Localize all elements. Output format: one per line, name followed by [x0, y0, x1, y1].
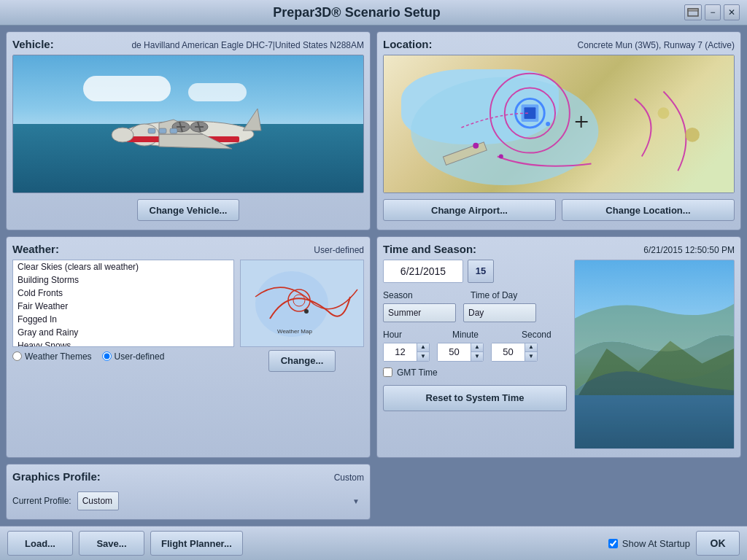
hour-up-button[interactable]: ▲ [417, 343, 429, 353]
weather-map-thumbnail: Weather Map [240, 260, 364, 347]
radio-themes[interactable] [12, 351, 22, 361]
weather-change-btn-wrap: Change... [240, 350, 364, 372]
graphics-header-row: Graphics Profile: Custom [12, 470, 364, 487]
graphics-panel: Graphics Profile: Custom Current Profile… [6, 464, 371, 520]
vehicle-header-row: Vehicle: de Havilland American Eagle DHC… [12, 38, 364, 55]
hour-down-button[interactable]: ▼ [417, 352, 429, 361]
main-content: Vehicle: de Havilland American Eagle DHC… [0, 26, 747, 526]
time-spinbox-labels: Hour Minute Second [383, 330, 567, 340]
profile-select[interactable]: Custom High Medium Low [77, 491, 119, 510]
vehicle-panel: Vehicle: de Havilland American Eagle DHC… [6, 31, 371, 230]
change-location-button[interactable]: Change Location... [562, 199, 735, 221]
season-tod-row: Summer Fall Winter Spring Day Dawn Dusk … [383, 303, 567, 322]
hour-spinbox[interactable]: ▲ ▼ [383, 343, 430, 362]
svg-rect-16 [159, 128, 166, 133]
season-select[interactable]: Summer Fall Winter Spring [383, 303, 456, 322]
graphics-label: Graphics Profile: [12, 470, 101, 483]
svg-point-30 [658, 107, 670, 119]
weather-item-5[interactable]: Gray and Rainy [13, 326, 233, 339]
hour-input[interactable] [384, 343, 417, 361]
show-startup-text: Show At Startup [622, 538, 690, 549]
svg-point-3 [130, 124, 159, 146]
svg-rect-17 [170, 128, 177, 133]
gmt-checkbox[interactable] [383, 368, 392, 377]
season-label: Season [383, 290, 456, 300]
location-info: Concrete Mun (3W5), Runway 7 (Active) [578, 40, 735, 50]
vehicle-image [12, 55, 364, 193]
time-inner: 15 Season Time of Day Summer Fall Winter… [383, 260, 735, 449]
location-label: Location: [383, 38, 433, 50]
minute-spinbox[interactable]: ▲ ▼ [437, 343, 484, 362]
minute-down-button[interactable]: ▼ [471, 352, 483, 361]
flight-planner-button[interactable]: Flight Planner... [150, 531, 243, 556]
hour-label: Hour [383, 330, 438, 340]
radio-user-text: User-defined [115, 351, 165, 362]
map-image [383, 55, 735, 193]
second-up-button[interactable]: ▲ [525, 343, 537, 353]
show-startup-label[interactable]: Show At Startup [608, 538, 690, 549]
location-header-row: Location: Concrete Mun (3W5), Runway 7 (… [383, 38, 735, 55]
map-overlay-svg [384, 55, 734, 192]
time-header-row: Time and Season: 6/21/2015 12:50:50 PM [383, 243, 735, 260]
window-controls: − ✕ [684, 4, 740, 20]
vehicle-label: Vehicle: [12, 38, 54, 50]
window-title: Prepar3D® Scenario Setup [29, 5, 684, 20]
weather-list[interactable]: Clear Skies (clears all weather) Buildin… [12, 260, 234, 347]
calendar-button[interactable]: 15 [468, 260, 494, 283]
weather-header-row: Weather: User-defined [12, 243, 364, 260]
second-label: Second [522, 330, 551, 340]
second-down-button[interactable]: ▼ [525, 352, 537, 361]
change-vehicle-button[interactable]: Change Vehicle... [137, 199, 240, 221]
svg-marker-7 [243, 109, 261, 131]
date-input[interactable] [383, 260, 463, 283]
save-button[interactable]: Save... [79, 531, 144, 556]
weather-radio-group: Weather Themes User-defined [12, 351, 234, 362]
weather-item-3[interactable]: Fair Weather [13, 300, 233, 313]
title-bar: Prepar3D® Scenario Setup − ✕ [0, 0, 747, 26]
window-icon [684, 4, 702, 20]
minimize-button[interactable]: − [705, 4, 721, 20]
second-spinbox-group: ▲ ▼ [491, 343, 538, 362]
time-photo-svg [575, 260, 734, 448]
tod-label: Time of Day [471, 290, 517, 300]
profile-label: Current Profile: [12, 496, 71, 506]
minute-spin-btns: ▲ ▼ [471, 343, 483, 361]
weather-item-2[interactable]: Cold Fronts [13, 287, 233, 300]
weather-item-6[interactable]: Heavy Snows [13, 339, 233, 347]
radio-themes-label[interactable]: Weather Themes [12, 351, 92, 362]
time-datetime: 6/21/2015 12:50:50 PM [643, 245, 735, 255]
radio-user[interactable] [102, 351, 112, 361]
location-buttons: Change Airport... Change Location... [383, 199, 735, 221]
profile-combo-arrow-icon: ▼ [352, 497, 360, 505]
close-button[interactable]: ✕ [724, 4, 740, 20]
ok-button[interactable]: OK [696, 531, 740, 556]
svg-point-18 [411, 77, 598, 185]
weather-item-0[interactable]: Clear Skies (clears all weather) [13, 260, 233, 273]
weather-panel: Weather: User-defined Clear Skies (clear… [6, 236, 371, 459]
second-input[interactable] [492, 343, 525, 361]
gmt-row: GMT Time [383, 368, 567, 378]
weather-item-4[interactable]: Fogged In [13, 313, 233, 326]
weather-item-1[interactable]: Building Storms [13, 273, 233, 287]
weather-change-button[interactable]: Change... [268, 350, 336, 372]
reset-time-button[interactable]: Reset to System Time [383, 385, 567, 411]
location-panel: Location: Concrete Mun (3W5), Runway 7 (… [376, 31, 741, 230]
weather-right: Weather Map Change... [240, 260, 364, 372]
calendar-day: 15 [476, 266, 486, 276]
minute-up-button[interactable]: ▲ [471, 343, 483, 353]
tod-select[interactable]: Day Dawn Dusk Night [463, 303, 536, 322]
radio-themes-text: Weather Themes [25, 351, 92, 362]
svg-text:Weather Map: Weather Map [277, 328, 312, 335]
hour-spin-btns: ▲ ▼ [417, 343, 429, 361]
second-spin-btns: ▲ ▼ [525, 343, 537, 361]
spinbox-row: ▲ ▼ ▲ ▼ [383, 343, 567, 362]
hour-spinbox-group: ▲ ▼ [383, 343, 430, 362]
load-button[interactable]: Load... [7, 531, 73, 556]
radio-user-label[interactable]: User-defined [102, 351, 165, 362]
second-spinbox[interactable]: ▲ ▼ [491, 343, 538, 362]
minute-input[interactable] [438, 343, 471, 361]
show-startup-checkbox[interactable] [608, 539, 618, 548]
season-tod-labels: Season Time of Day [383, 290, 567, 300]
profile-combo-wrap: Custom High Medium Low ▼ [77, 491, 364, 510]
change-airport-button[interactable]: Change Airport... [383, 199, 556, 221]
